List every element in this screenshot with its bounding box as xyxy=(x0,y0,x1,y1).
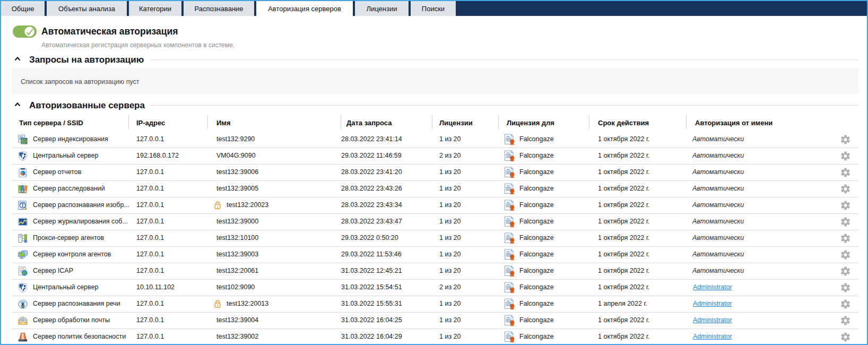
svg-text:T: T xyxy=(21,203,25,208)
